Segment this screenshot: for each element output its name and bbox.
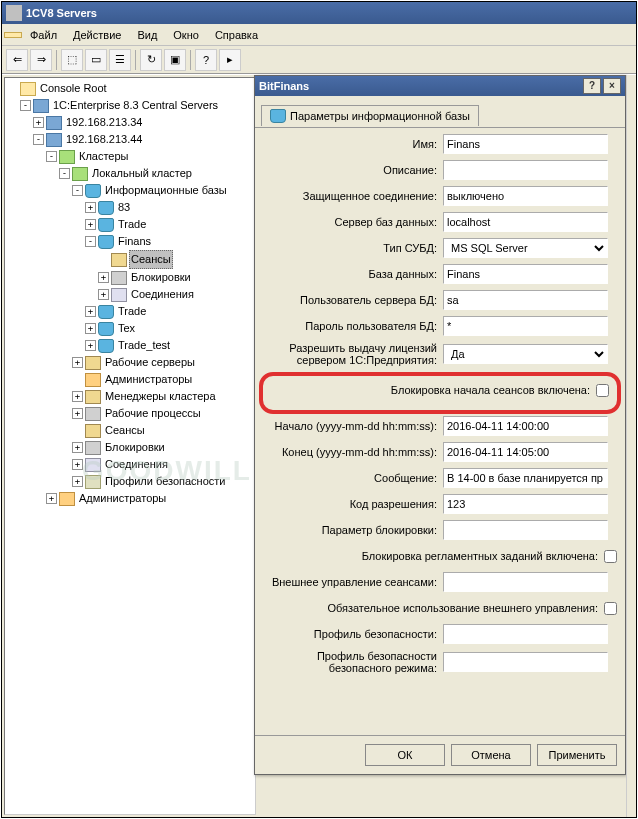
dbname-field[interactable] <box>443 264 608 284</box>
dbpass-field[interactable] <box>443 316 608 336</box>
end-field[interactable] <box>443 442 608 462</box>
refresh-button[interactable]: ↻ <box>140 49 162 71</box>
show-button[interactable]: ▭ <box>85 49 107 71</box>
secure-field[interactable] <box>443 186 608 206</box>
menu-view[interactable]: Вид <box>129 27 165 43</box>
expander-icon[interactable]: + <box>72 357 83 368</box>
expander-icon[interactable]: + <box>46 493 57 504</box>
tree-ib-trade2[interactable]: Trade <box>116 303 148 320</box>
sessions-icon <box>111 253 127 267</box>
workservers-icon <box>85 356 101 370</box>
expander-icon[interactable]: + <box>98 272 109 283</box>
tree-locks2[interactable]: Блокировки <box>103 439 167 456</box>
dbserver-field[interactable] <box>443 212 608 232</box>
permcode-field[interactable] <box>443 494 608 514</box>
help-button[interactable]: ? <box>583 78 601 94</box>
tree-enterprise[interactable]: 1C:Enterprise 8.3 Central Servers <box>51 97 220 114</box>
tree-admins[interactable]: Администраторы <box>103 371 194 388</box>
tree-connections2[interactable]: Соединения <box>103 456 170 473</box>
expander-icon[interactable]: - <box>72 185 83 196</box>
tree-sessions2[interactable]: Сеансы <box>103 422 147 439</box>
name-field[interactable] <box>443 134 608 154</box>
close-button[interactable]: × <box>603 78 621 94</box>
tree-sessions[interactable]: Сеансы <box>129 250 173 269</box>
tree-workservers[interactable]: Рабочие серверы <box>103 354 197 371</box>
dbuser-field[interactable] <box>443 290 608 310</box>
expander-icon[interactable]: - <box>20 100 31 111</box>
menu-file[interactable]: Файл <box>22 27 65 43</box>
dbtype-select[interactable]: MS SQL Server <box>443 238 608 258</box>
run-button[interactable]: ▸ <box>219 49 241 71</box>
desc-field[interactable] <box>443 160 608 180</box>
tree-infobases[interactable]: Информационные базы <box>103 182 229 199</box>
extmanage-req-label: Обязательное использование внешнего упра… <box>263 602 604 614</box>
admin-icon <box>59 492 75 506</box>
expander-icon[interactable]: + <box>33 117 44 128</box>
permcode-label: Код разрешения: <box>263 498 443 510</box>
menu-action[interactable]: Действие <box>65 27 129 43</box>
name-label: Имя: <box>263 138 443 150</box>
tree-admins2[interactable]: Администраторы <box>77 490 168 507</box>
expander-icon[interactable]: + <box>85 202 96 213</box>
lockstart-checkbox[interactable] <box>596 384 609 397</box>
tree-console-root[interactable]: Console Root <box>38 80 109 97</box>
expander-icon[interactable]: + <box>72 442 83 453</box>
msg-field[interactable] <box>443 468 608 488</box>
expander-icon[interactable]: + <box>85 340 96 351</box>
expander-icon[interactable]: + <box>85 306 96 317</box>
tree-securityprofiles[interactable]: Профили безопасности <box>103 473 228 490</box>
dialog-buttons: ОК Отмена Применить <box>255 735 625 774</box>
back-button[interactable]: ⇐ <box>6 49 28 71</box>
tree-local-cluster[interactable]: Локальный кластер <box>90 165 194 182</box>
tree-panel[interactable]: Console Root -1C:Enterprise 8.3 Central … <box>4 77 256 815</box>
expander-icon[interactable]: + <box>72 476 83 487</box>
lockparam-field[interactable] <box>443 520 608 540</box>
safesecprofile-field[interactable] <box>443 652 608 672</box>
start-field[interactable] <box>443 416 608 436</box>
server-icon <box>46 116 62 130</box>
tree-ib-tex[interactable]: Tex <box>116 320 137 337</box>
tree-locks[interactable]: Блокировки <box>129 269 193 286</box>
tree-ib-83[interactable]: 83 <box>116 199 132 216</box>
expander-icon[interactable]: - <box>46 151 57 162</box>
extmanage-req-checkbox[interactable] <box>604 602 617 615</box>
folder-icon <box>20 82 36 96</box>
expander-icon[interactable]: + <box>72 391 83 402</box>
expander-icon[interactable]: + <box>98 289 109 300</box>
tree-ib-finans[interactable]: Finans <box>116 233 153 250</box>
expander-icon[interactable]: + <box>72 408 83 419</box>
tree-workprocesses[interactable]: Рабочие процессы <box>103 405 203 422</box>
menu-help[interactable]: Справка <box>207 27 266 43</box>
apply-button[interactable]: Применить <box>537 744 617 766</box>
expander-icon[interactable]: - <box>85 236 96 247</box>
tree-server-2[interactable]: 192.168.213.44 <box>64 131 144 148</box>
sessions-icon <box>85 424 101 438</box>
up-button[interactable]: ⬚ <box>61 49 83 71</box>
export-button[interactable]: ▣ <box>164 49 186 71</box>
tree-clustermanagers[interactable]: Менеджеры кластера <box>103 388 218 405</box>
license-select[interactable]: Да <box>443 344 608 364</box>
menu-window[interactable]: Окно <box>165 27 207 43</box>
tree-ib-tradetest[interactable]: Trade_test <box>116 337 172 354</box>
tree-clusters[interactable]: Кластеры <box>77 148 131 165</box>
schedlock-checkbox[interactable] <box>604 550 617 563</box>
help-button[interactable]: ? <box>195 49 217 71</box>
expander-icon[interactable]: + <box>85 323 96 334</box>
expander-icon[interactable]: + <box>72 459 83 470</box>
cancel-button[interactable]: Отмена <box>451 744 531 766</box>
expander-icon[interactable]: - <box>59 168 70 179</box>
tree-ib-trade[interactable]: Trade <box>116 216 148 233</box>
list-button[interactable]: ☰ <box>109 49 131 71</box>
ok-button[interactable]: ОК <box>365 744 445 766</box>
extmanage-field[interactable] <box>443 572 608 592</box>
tree-server-1[interactable]: 192.168.213.34 <box>64 114 144 131</box>
server-icon <box>46 133 62 147</box>
lockstart-label: Блокировка начала сеансов включена: <box>271 384 596 396</box>
forward-button[interactable]: ⇒ <box>30 49 52 71</box>
expander-icon[interactable]: + <box>85 219 96 230</box>
tab-params[interactable]: Параметры информационной базы <box>261 105 479 126</box>
secprofile-field[interactable] <box>443 624 608 644</box>
expander-icon[interactable]: - <box>33 134 44 145</box>
tree-connections[interactable]: Соединения <box>129 286 196 303</box>
admin-icon <box>85 373 101 387</box>
